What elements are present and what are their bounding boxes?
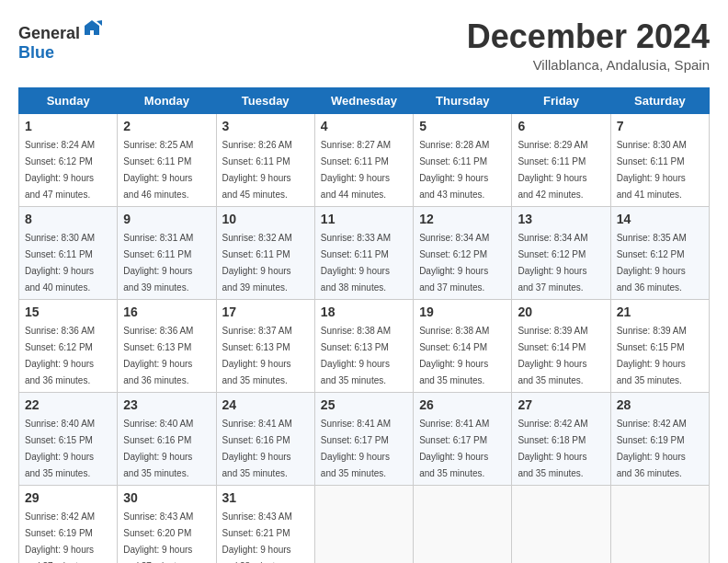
calendar-cell: 26 Sunrise: 8:41 AMSunset: 6:17 PMDaylig…: [414, 392, 512, 485]
logo-blue: Blue: [18, 43, 54, 62]
calendar-cell: 7 Sunrise: 8:30 AMSunset: 6:11 PMDayligh…: [610, 113, 709, 206]
header-saturday: Saturday: [610, 87, 709, 113]
day-info: Sunrise: 8:28 AMSunset: 6:11 PMDaylight:…: [419, 140, 489, 200]
day-info: Sunrise: 8:37 AMSunset: 6:13 PMDaylight:…: [222, 326, 292, 385]
calendar-cell: 29 Sunrise: 8:42 AMSunset: 6:19 PMDaylig…: [19, 485, 118, 563]
day-number: 30: [123, 490, 210, 505]
day-info: Sunrise: 8:38 AMSunset: 6:14 PMDaylight:…: [419, 326, 489, 385]
day-info: Sunrise: 8:41 AMSunset: 6:17 PMDaylight:…: [419, 419, 489, 478]
header-sunday: Sunday: [19, 87, 118, 113]
day-info: Sunrise: 8:30 AMSunset: 6:11 PMDaylight:…: [25, 233, 95, 293]
day-number: 16: [123, 304, 210, 319]
calendar-cell: 16 Sunrise: 8:36 AMSunset: 6:13 PMDaylig…: [118, 299, 216, 392]
day-info: Sunrise: 8:42 AMSunset: 6:19 PMDaylight:…: [617, 419, 687, 478]
day-number: 25: [321, 397, 407, 412]
calendar-cell: 27 Sunrise: 8:42 AMSunset: 6:18 PMDaylig…: [512, 392, 610, 485]
calendar-cell: 14 Sunrise: 8:35 AMSunset: 6:12 PMDaylig…: [610, 206, 709, 299]
day-number: 29: [25, 490, 111, 505]
calendar-cell: 10 Sunrise: 8:32 AMSunset: 6:11 PMDaylig…: [216, 206, 314, 299]
day-info: Sunrise: 8:32 AMSunset: 6:11 PMDaylight:…: [222, 233, 292, 293]
day-number: 3: [222, 119, 309, 133]
calendar-cell: [610, 485, 709, 563]
calendar-cell: 2 Sunrise: 8:25 AMSunset: 6:11 PMDayligh…: [118, 113, 216, 206]
day-number: 27: [518, 397, 604, 412]
logo-text: General Blue: [18, 18, 102, 63]
calendar-cell: [512, 485, 610, 563]
calendar-table: Sunday Monday Tuesday Wednesday Thursday…: [18, 87, 710, 563]
calendar-week-row: 1 Sunrise: 8:24 AMSunset: 6:12 PMDayligh…: [19, 113, 710, 206]
header-monday: Monday: [118, 87, 216, 113]
day-number: 8: [25, 212, 111, 226]
day-info: Sunrise: 8:36 AMSunset: 6:12 PMDaylight:…: [25, 326, 95, 385]
calendar-cell: 8 Sunrise: 8:30 AMSunset: 6:11 PMDayligh…: [19, 206, 118, 299]
calendar-cell: 28 Sunrise: 8:42 AMSunset: 6:19 PMDaylig…: [610, 392, 709, 485]
day-info: Sunrise: 8:39 AMSunset: 6:15 PMDaylight:…: [617, 326, 687, 385]
day-number: 24: [222, 397, 309, 412]
calendar-cell: 18 Sunrise: 8:38 AMSunset: 6:13 PMDaylig…: [314, 299, 413, 392]
calendar-cell: 11 Sunrise: 8:33 AMSunset: 6:11 PMDaylig…: [314, 206, 413, 299]
day-info: Sunrise: 8:42 AMSunset: 6:18 PMDaylight:…: [518, 419, 587, 478]
day-info: Sunrise: 8:41 AMSunset: 6:16 PMDaylight:…: [222, 419, 292, 478]
day-info: Sunrise: 8:34 AMSunset: 6:12 PMDaylight:…: [419, 233, 489, 293]
calendar-cell: 30 Sunrise: 8:43 AMSunset: 6:20 PMDaylig…: [118, 485, 216, 563]
day-number: 13: [518, 212, 604, 226]
calendar-cell: 9 Sunrise: 8:31 AMSunset: 6:11 PMDayligh…: [118, 206, 216, 299]
day-info: Sunrise: 8:30 AMSunset: 6:11 PMDaylight:…: [617, 140, 687, 200]
calendar-cell: 24 Sunrise: 8:41 AMSunset: 6:16 PMDaylig…: [216, 392, 314, 485]
day-info: Sunrise: 8:34 AMSunset: 6:12 PMDaylight:…: [518, 233, 587, 293]
calendar-cell: 31 Sunrise: 8:43 AMSunset: 6:21 PMDaylig…: [216, 485, 314, 563]
day-number: 12: [419, 212, 506, 226]
day-info: Sunrise: 8:26 AMSunset: 6:11 PMDaylight:…: [222, 140, 292, 200]
day-number: 21: [617, 304, 703, 319]
day-info: Sunrise: 8:39 AMSunset: 6:14 PMDaylight:…: [518, 326, 587, 385]
calendar-cell: 15 Sunrise: 8:36 AMSunset: 6:12 PMDaylig…: [19, 299, 118, 392]
calendar-cell: 17 Sunrise: 8:37 AMSunset: 6:13 PMDaylig…: [216, 299, 314, 392]
calendar-week-row: 29 Sunrise: 8:42 AMSunset: 6:19 PMDaylig…: [19, 485, 710, 563]
calendar-cell: 23 Sunrise: 8:40 AMSunset: 6:16 PMDaylig…: [118, 392, 216, 485]
logo-icon: [82, 18, 102, 39]
calendar-week-row: 15 Sunrise: 8:36 AMSunset: 6:12 PMDaylig…: [19, 299, 710, 392]
day-number: 31: [222, 490, 309, 505]
day-info: Sunrise: 8:31 AMSunset: 6:11 PMDaylight:…: [123, 233, 193, 293]
month-title: December 2024: [467, 18, 710, 55]
calendar-cell: [414, 485, 512, 563]
calendar-cell: 12 Sunrise: 8:34 AMSunset: 6:12 PMDaylig…: [414, 206, 512, 299]
header-tuesday: Tuesday: [216, 87, 314, 113]
day-info: Sunrise: 8:24 AMSunset: 6:12 PMDaylight:…: [25, 140, 95, 200]
day-info: Sunrise: 8:41 AMSunset: 6:17 PMDaylight:…: [321, 419, 391, 478]
day-number: 15: [25, 304, 111, 319]
calendar-cell: 22 Sunrise: 8:40 AMSunset: 6:15 PMDaylig…: [19, 392, 118, 485]
day-number: 26: [419, 397, 506, 412]
calendar-cell: 20 Sunrise: 8:39 AMSunset: 6:14 PMDaylig…: [512, 299, 610, 392]
day-number: 17: [222, 304, 309, 319]
header-friday: Friday: [512, 87, 610, 113]
day-info: Sunrise: 8:42 AMSunset: 6:19 PMDaylight:…: [25, 511, 95, 563]
calendar-cell: 13 Sunrise: 8:34 AMSunset: 6:12 PMDaylig…: [512, 206, 610, 299]
day-info: Sunrise: 8:29 AMSunset: 6:11 PMDaylight:…: [518, 140, 587, 200]
day-number: 2: [123, 119, 210, 133]
day-number: 5: [419, 119, 506, 133]
day-info: Sunrise: 8:40 AMSunset: 6:15 PMDaylight:…: [25, 419, 95, 478]
day-info: Sunrise: 8:38 AMSunset: 6:13 PMDaylight:…: [321, 326, 391, 385]
calendar-cell: 25 Sunrise: 8:41 AMSunset: 6:17 PMDaylig…: [314, 392, 413, 485]
title-area: December 2024 Villablanca, Andalusia, Sp…: [467, 18, 710, 73]
calendar-cell: 21 Sunrise: 8:39 AMSunset: 6:15 PMDaylig…: [610, 299, 709, 392]
calendar-cell: 5 Sunrise: 8:28 AMSunset: 6:11 PMDayligh…: [414, 113, 512, 206]
day-number: 9: [123, 212, 210, 226]
day-info: Sunrise: 8:33 AMSunset: 6:11 PMDaylight:…: [321, 233, 391, 293]
day-number: 19: [419, 304, 506, 319]
day-number: 10: [222, 212, 309, 226]
calendar-header-row: Sunday Monday Tuesday Wednesday Thursday…: [19, 87, 710, 113]
day-info: Sunrise: 8:43 AMSunset: 6:20 PMDaylight:…: [123, 511, 193, 563]
day-number: 4: [321, 119, 407, 133]
day-info: Sunrise: 8:25 AMSunset: 6:11 PMDaylight:…: [123, 140, 193, 200]
day-info: Sunrise: 8:35 AMSunset: 6:12 PMDaylight:…: [617, 233, 687, 293]
day-info: Sunrise: 8:36 AMSunset: 6:13 PMDaylight:…: [123, 326, 193, 385]
calendar-cell: 4 Sunrise: 8:27 AMSunset: 6:11 PMDayligh…: [314, 113, 413, 206]
calendar-cell: 19 Sunrise: 8:38 AMSunset: 6:14 PMDaylig…: [414, 299, 512, 392]
calendar-cell: 3 Sunrise: 8:26 AMSunset: 6:11 PMDayligh…: [216, 113, 314, 206]
location-subtitle: Villablanca, Andalusia, Spain: [467, 57, 710, 73]
day-info: Sunrise: 8:43 AMSunset: 6:21 PMDaylight:…: [222, 511, 292, 563]
day-number: 14: [617, 212, 703, 226]
header-thursday: Thursday: [414, 87, 512, 113]
